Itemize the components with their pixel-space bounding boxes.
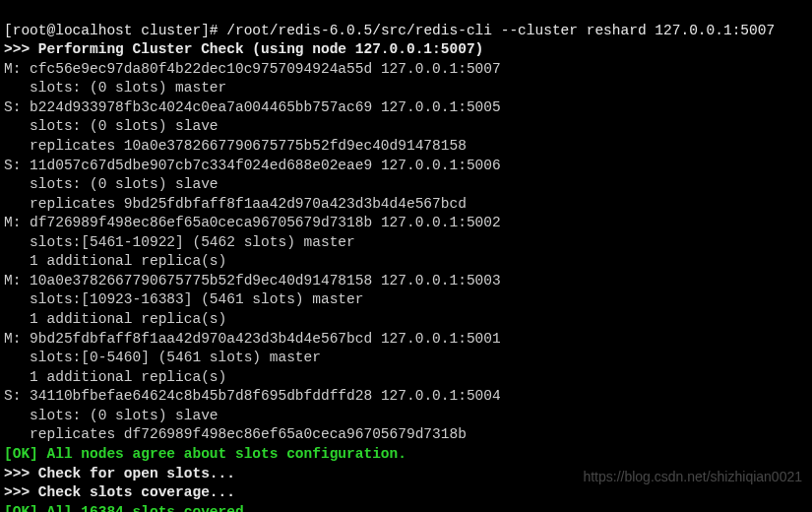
- check-open-slots: >>> Check for open slots...: [4, 466, 235, 481]
- terminal-output[interactable]: [root@localhost cluster]# /root/redis-6.…: [0, 0, 812, 512]
- node-detail: 1 additional replica(s): [4, 369, 226, 385]
- node-detail: 1 additional replica(s): [4, 253, 226, 269]
- node-detail: slots: (0 slots) slave: [4, 408, 219, 423]
- node-line: M: cfc56e9ec97da80f4b22dec10c9757094924a…: [4, 61, 501, 77]
- node-line: S: 34110bfbefae64624c8b45b7d8f695dbfddff…: [4, 388, 501, 404]
- node-line: M: 10a0e3782667790675775b52fd9ec40d91478…: [4, 273, 501, 288]
- node-detail: slots:[5461-10922] (5462 slots) master: [4, 234, 355, 250]
- ok-slots-covered: [OK] All 16384 slots covered.: [4, 504, 252, 512]
- check-slots-coverage: >>> Check slots coverage...: [4, 484, 235, 500]
- shell-command: /root/redis-6.0.5/src/redis-cli --cluste…: [226, 23, 775, 38]
- node-detail: replicates 10a0e3782667790675775b52fd9ec…: [4, 138, 467, 154]
- node-detail: slots: (0 slots) slave: [4, 176, 219, 192]
- node-line: S: b224d933978fb3c4024c0ea7a004465bb757a…: [4, 99, 501, 115]
- node-line: M: 9bd25fdbfaff8f1aa42d970a423d3b4d4e567…: [4, 331, 501, 347]
- node-detail: slots:[0-5460] (5461 slots) master: [4, 350, 321, 365]
- node-line: S: 11d057c67d5dbe907cb7c334f024ed688e02e…: [4, 158, 501, 173]
- shell-prompt: [root@localhost cluster]#: [4, 23, 226, 38]
- node-detail: slots: (0 slots) master: [4, 80, 226, 96]
- node-line: M: df726989f498ec86ef65a0ceca96705679d73…: [4, 215, 501, 230]
- node-detail: 1 additional replica(s): [4, 311, 226, 327]
- watermark: https://blog.csdn.net/shizhiqian0021: [583, 468, 802, 486]
- node-detail: replicates df726989f498ec86ef65a0ceca967…: [4, 426, 467, 442]
- ok-slots-config: [OK] All nodes agree about slots configu…: [4, 446, 406, 462]
- node-detail: replicates 9bd25fdbfaff8f1aa42d970a423d3…: [4, 196, 467, 212]
- cluster-check-header: >>> Performing Cluster Check (using node…: [4, 41, 483, 57]
- node-detail: slots:[10923-16383] (5461 slots) master: [4, 291, 363, 307]
- node-detail: slots: (0 slots) slave: [4, 118, 219, 134]
